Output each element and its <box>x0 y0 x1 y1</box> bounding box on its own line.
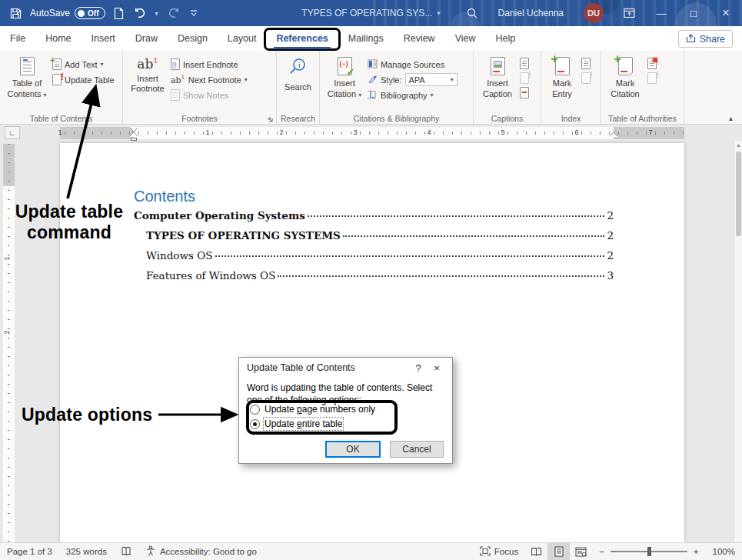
toc-entry[interactable]: Computer Operating Systems 2 <box>134 209 614 229</box>
minimize-button[interactable]: — <box>645 0 677 26</box>
document-page[interactable]: Contents Computer Operating Systems 2 TY… <box>60 143 684 542</box>
tab-draw[interactable]: Draw <box>125 26 168 51</box>
toc-dot-leader <box>343 235 605 237</box>
radio-update-page-numbers[interactable]: Update page numbers only <box>250 404 375 415</box>
insert-table-of-figures-icon[interactable] <box>520 58 529 69</box>
toc-heading[interactable]: Contents <box>134 188 195 205</box>
group-label-footnotes: Footnotes <box>123 114 276 123</box>
page-indicator[interactable]: Page 1 of 3 <box>0 543 59 560</box>
accessibility-status[interactable]: Accessibility: Good to go <box>138 543 264 560</box>
tab-layout[interactable]: Layout <box>218 26 267 51</box>
undo-dropdown-icon[interactable]: ▾ <box>155 10 158 17</box>
dialog-title: Update Table of Contents <box>247 362 409 373</box>
maximize-button[interactable]: □ <box>677 0 710 26</box>
cancel-button[interactable]: Cancel <box>390 441 444 458</box>
collapse-ribbon-icon[interactable]: ▴ <box>729 114 733 122</box>
tab-design[interactable]: Design <box>168 26 218 51</box>
insert-endnote-button[interactable]: [i] Insert Endnote <box>171 58 248 71</box>
tab-view[interactable]: View <box>445 26 486 51</box>
cross-reference-icon[interactable] <box>520 87 529 98</box>
read-mode-button[interactable] <box>525 543 547 560</box>
tab-references[interactable]: References <box>266 26 338 51</box>
group-research: i Search Research <box>277 51 320 125</box>
insert-table-of-authorities-icon[interactable]: ▦ <box>647 58 657 69</box>
toc-entry[interactable]: Windows OS 2 <box>146 249 614 269</box>
next-footnote-button[interactable]: ab1 Next Footnote ▾ <box>171 73 248 86</box>
tab-insert[interactable]: Insert <box>82 26 125 51</box>
zoom-level[interactable]: 100% <box>706 543 742 560</box>
word-count[interactable]: 325 words <box>59 543 114 560</box>
share-button[interactable]: Share <box>678 30 733 48</box>
insert-caption-button[interactable]: Insert Caption <box>478 54 517 100</box>
insert-footnote-button[interactable]: ab1 Insert Footnote <box>128 54 168 95</box>
close-button[interactable]: × <box>710 0 742 26</box>
horizontal-ruler[interactable]: 1 1 2 3 4 5 6 7 <box>60 127 684 139</box>
zoom-slider[interactable] <box>611 551 687 552</box>
toc-entry[interactable]: Features of Windows OS 3 <box>146 269 614 289</box>
tab-mailings[interactable]: Mailings <box>338 26 394 51</box>
toc-entry[interactable]: TYPES OF OPERATING SYSTEMS 2 <box>146 229 614 249</box>
tab-home[interactable]: Home <box>35 26 81 51</box>
ribbon-display-options-icon[interactable] <box>614 0 645 26</box>
style-dropdown[interactable]: APA▾ <box>405 73 458 86</box>
radio-update-entire-table[interactable]: Update entire table <box>250 418 375 429</box>
dialog-title-bar[interactable]: Update Table of Contents ? × <box>239 358 452 378</box>
group-table-of-authorities: + Mark Citation ▦ ! Table of Authorities <box>601 51 684 125</box>
share-icon <box>686 33 696 45</box>
tab-review[interactable]: Review <box>394 26 445 51</box>
add-text-button[interactable]: + Add Text ▾ <box>52 58 115 71</box>
insert-index-icon[interactable] <box>581 58 591 69</box>
search-magnifier-icon: i <box>288 57 308 79</box>
tab-selector[interactable]: ∟ <box>5 126 20 139</box>
radio-checked-icon[interactable] <box>250 419 260 429</box>
user-name[interactable]: Daniel Uchenna <box>488 0 574 26</box>
update-table-button[interactable]: ! Update Table <box>52 73 115 86</box>
ok-button[interactable]: OK <box>325 441 381 458</box>
zoom-in-button[interactable]: + <box>694 543 706 560</box>
autosave-control[interactable]: AutoSave Off <box>30 7 105 19</box>
zoom-out-button[interactable]: − <box>592 543 604 560</box>
avatar-initials: DU <box>584 3 604 23</box>
focus-button[interactable]: Focus <box>473 543 525 560</box>
mark-entry-button[interactable]: + Mark Entry <box>546 54 578 100</box>
first-line-indent-marker[interactable] <box>130 127 138 132</box>
web-layout-button[interactable] <box>570 543 592 560</box>
mark-citation-button[interactable]: + Mark Citation <box>606 54 644 100</box>
avatar[interactable]: DU <box>574 0 614 26</box>
scroll-up-icon[interactable]: ▲ <box>736 142 741 148</box>
update-table-of-figures-icon: ! <box>520 72 529 84</box>
toc-dot-leader <box>215 255 605 257</box>
right-indent-marker[interactable] <box>610 132 617 137</box>
save-icon[interactable] <box>9 7 22 20</box>
radio-unchecked-icon[interactable] <box>250 405 260 415</box>
dialog-close-icon[interactable]: × <box>428 362 446 374</box>
customize-toolbar-icon[interactable] <box>189 8 198 18</box>
vertical-scrollbar[interactable]: ▲ <box>734 141 742 542</box>
bibliography-button[interactable]: Bibliography ▾ <box>368 88 458 102</box>
table-of-contents-button[interactable]: Table of Contents ▾ <box>5 54 49 100</box>
autosave-state: Off <box>88 9 98 18</box>
style-icon <box>368 75 378 85</box>
group-captions: Insert Caption ! Captions <box>474 51 541 125</box>
dialog-help-icon[interactable]: ? <box>409 362 428 374</box>
zoom-slider-thumb[interactable] <box>647 547 651 556</box>
print-layout-button[interactable] <box>547 543 570 560</box>
ribbon-tab-row: File Home Insert Draw Design Layout Refe… <box>0 26 742 51</box>
autosave-toggle[interactable]: Off <box>75 7 105 19</box>
group-label-citations: Citations & Bibliography <box>320 114 473 123</box>
new-document-icon[interactable] <box>113 7 125 20</box>
search-button[interactable]: i Search <box>281 54 314 93</box>
hanging-indent-marker[interactable] <box>130 132 138 137</box>
undo-icon[interactable] <box>132 7 148 20</box>
search-icon[interactable] <box>456 0 488 26</box>
tab-file[interactable]: File <box>0 26 35 51</box>
footnotes-dialog-launcher-icon[interactable] <box>266 115 274 122</box>
add-text-icon: + <box>52 58 62 70</box>
insert-citation-button[interactable]: (−)✓ Insert Citation ▾ <box>324 54 364 100</box>
toc-page-number: 2 <box>607 229 614 242</box>
title-bar: AutoSave Off ▾ TYPES OF OPERATING SYS...… <box>0 0 742 26</box>
manage-sources-button[interactable]: Manage Sources <box>368 58 458 71</box>
tab-help[interactable]: Help <box>486 26 526 51</box>
proofing-icon[interactable] <box>114 543 138 560</box>
scrollbar-thumb[interactable] <box>736 152 741 236</box>
